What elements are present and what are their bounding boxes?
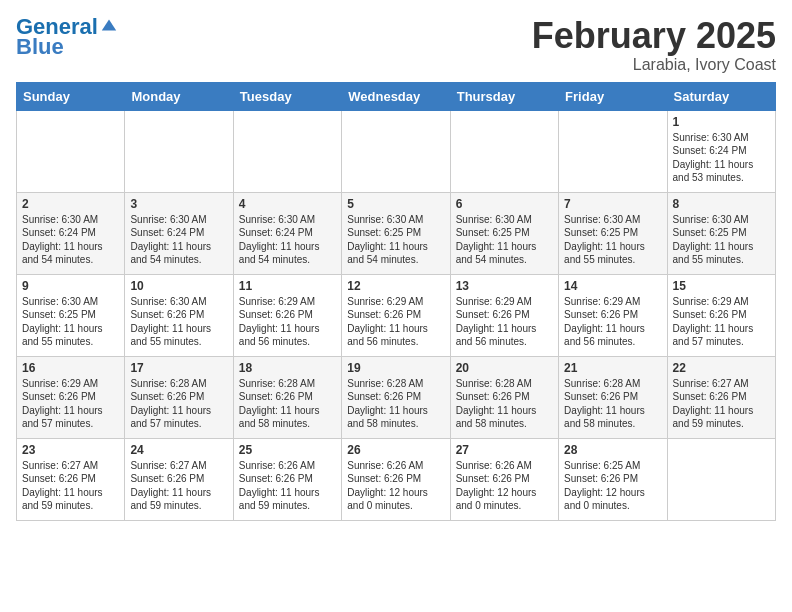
calendar-cell: 16Sunrise: 6:29 AM Sunset: 6:26 PM Dayli… bbox=[17, 356, 125, 438]
day-info: Sunrise: 6:30 AM Sunset: 6:25 PM Dayligh… bbox=[456, 213, 553, 267]
weekday-header-tuesday: Tuesday bbox=[233, 82, 341, 110]
day-info: Sunrise: 6:30 AM Sunset: 6:24 PM Dayligh… bbox=[673, 131, 770, 185]
calendar-cell: 27Sunrise: 6:26 AM Sunset: 6:26 PM Dayli… bbox=[450, 438, 558, 520]
calendar-cell: 8Sunrise: 6:30 AM Sunset: 6:25 PM Daylig… bbox=[667, 192, 775, 274]
month-year: February 2025 bbox=[532, 16, 776, 56]
day-info: Sunrise: 6:29 AM Sunset: 6:26 PM Dayligh… bbox=[22, 377, 119, 431]
day-info: Sunrise: 6:30 AM Sunset: 6:25 PM Dayligh… bbox=[564, 213, 661, 267]
calendar-table: SundayMondayTuesdayWednesdayThursdayFrid… bbox=[16, 82, 776, 521]
calendar-cell bbox=[233, 110, 341, 192]
day-info: Sunrise: 6:30 AM Sunset: 6:25 PM Dayligh… bbox=[673, 213, 770, 267]
location: Larabia, Ivory Coast bbox=[532, 56, 776, 74]
day-number: 11 bbox=[239, 279, 336, 293]
calendar-cell: 19Sunrise: 6:28 AM Sunset: 6:26 PM Dayli… bbox=[342, 356, 450, 438]
day-number: 20 bbox=[456, 361, 553, 375]
weekday-header-monday: Monday bbox=[125, 82, 233, 110]
day-number: 6 bbox=[456, 197, 553, 211]
day-info: Sunrise: 6:28 AM Sunset: 6:26 PM Dayligh… bbox=[456, 377, 553, 431]
day-number: 7 bbox=[564, 197, 661, 211]
calendar-week-1: 1Sunrise: 6:30 AM Sunset: 6:24 PM Daylig… bbox=[17, 110, 776, 192]
calendar-cell: 1Sunrise: 6:30 AM Sunset: 6:24 PM Daylig… bbox=[667, 110, 775, 192]
calendar-cell: 13Sunrise: 6:29 AM Sunset: 6:26 PM Dayli… bbox=[450, 274, 558, 356]
calendar-cell: 21Sunrise: 6:28 AM Sunset: 6:26 PM Dayli… bbox=[559, 356, 667, 438]
day-info: Sunrise: 6:27 AM Sunset: 6:26 PM Dayligh… bbox=[22, 459, 119, 513]
weekday-header-thursday: Thursday bbox=[450, 82, 558, 110]
calendar-week-2: 2Sunrise: 6:30 AM Sunset: 6:24 PM Daylig… bbox=[17, 192, 776, 274]
weekday-header-wednesday: Wednesday bbox=[342, 82, 450, 110]
day-number: 10 bbox=[130, 279, 227, 293]
calendar-cell: 18Sunrise: 6:28 AM Sunset: 6:26 PM Dayli… bbox=[233, 356, 341, 438]
day-number: 5 bbox=[347, 197, 444, 211]
calendar-cell: 7Sunrise: 6:30 AM Sunset: 6:25 PM Daylig… bbox=[559, 192, 667, 274]
day-number: 24 bbox=[130, 443, 227, 457]
day-info: Sunrise: 6:26 AM Sunset: 6:26 PM Dayligh… bbox=[456, 459, 553, 513]
day-number: 8 bbox=[673, 197, 770, 211]
day-info: Sunrise: 6:28 AM Sunset: 6:26 PM Dayligh… bbox=[564, 377, 661, 431]
day-number: 14 bbox=[564, 279, 661, 293]
calendar-cell: 6Sunrise: 6:30 AM Sunset: 6:25 PM Daylig… bbox=[450, 192, 558, 274]
day-number: 28 bbox=[564, 443, 661, 457]
calendar-cell: 17Sunrise: 6:28 AM Sunset: 6:26 PM Dayli… bbox=[125, 356, 233, 438]
day-info: Sunrise: 6:30 AM Sunset: 6:24 PM Dayligh… bbox=[22, 213, 119, 267]
calendar-cell: 9Sunrise: 6:30 AM Sunset: 6:25 PM Daylig… bbox=[17, 274, 125, 356]
calendar-cell: 5Sunrise: 6:30 AM Sunset: 6:25 PM Daylig… bbox=[342, 192, 450, 274]
calendar-cell: 23Sunrise: 6:27 AM Sunset: 6:26 PM Dayli… bbox=[17, 438, 125, 520]
calendar-cell: 10Sunrise: 6:30 AM Sunset: 6:26 PM Dayli… bbox=[125, 274, 233, 356]
day-number: 15 bbox=[673, 279, 770, 293]
calendar-cell: 20Sunrise: 6:28 AM Sunset: 6:26 PM Dayli… bbox=[450, 356, 558, 438]
calendar-cell: 3Sunrise: 6:30 AM Sunset: 6:24 PM Daylig… bbox=[125, 192, 233, 274]
calendar-cell: 2Sunrise: 6:30 AM Sunset: 6:24 PM Daylig… bbox=[17, 192, 125, 274]
day-number: 13 bbox=[456, 279, 553, 293]
calendar-week-4: 16Sunrise: 6:29 AM Sunset: 6:26 PM Dayli… bbox=[17, 356, 776, 438]
calendar-cell bbox=[667, 438, 775, 520]
calendar-cell: 24Sunrise: 6:27 AM Sunset: 6:26 PM Dayli… bbox=[125, 438, 233, 520]
calendar-cell bbox=[17, 110, 125, 192]
day-number: 2 bbox=[22, 197, 119, 211]
day-info: Sunrise: 6:25 AM Sunset: 6:26 PM Dayligh… bbox=[564, 459, 661, 513]
day-number: 25 bbox=[239, 443, 336, 457]
day-info: Sunrise: 6:30 AM Sunset: 6:24 PM Dayligh… bbox=[239, 213, 336, 267]
day-number: 17 bbox=[130, 361, 227, 375]
calendar-cell: 4Sunrise: 6:30 AM Sunset: 6:24 PM Daylig… bbox=[233, 192, 341, 274]
calendar-cell: 11Sunrise: 6:29 AM Sunset: 6:26 PM Dayli… bbox=[233, 274, 341, 356]
calendar-cell: 26Sunrise: 6:26 AM Sunset: 6:26 PM Dayli… bbox=[342, 438, 450, 520]
day-number: 23 bbox=[22, 443, 119, 457]
calendar-cell: 28Sunrise: 6:25 AM Sunset: 6:26 PM Dayli… bbox=[559, 438, 667, 520]
calendar-cell bbox=[559, 110, 667, 192]
calendar-week-5: 23Sunrise: 6:27 AM Sunset: 6:26 PM Dayli… bbox=[17, 438, 776, 520]
calendar-cell bbox=[342, 110, 450, 192]
svg-marker-0 bbox=[102, 20, 116, 31]
day-info: Sunrise: 6:29 AM Sunset: 6:26 PM Dayligh… bbox=[673, 295, 770, 349]
day-number: 1 bbox=[673, 115, 770, 129]
day-number: 4 bbox=[239, 197, 336, 211]
logo: General Blue bbox=[16, 16, 118, 60]
day-info: Sunrise: 6:28 AM Sunset: 6:26 PM Dayligh… bbox=[130, 377, 227, 431]
day-info: Sunrise: 6:30 AM Sunset: 6:25 PM Dayligh… bbox=[347, 213, 444, 267]
day-info: Sunrise: 6:26 AM Sunset: 6:26 PM Dayligh… bbox=[239, 459, 336, 513]
logo-icon bbox=[100, 16, 118, 34]
weekday-header-sunday: Sunday bbox=[17, 82, 125, 110]
day-info: Sunrise: 6:29 AM Sunset: 6:26 PM Dayligh… bbox=[456, 295, 553, 349]
weekday-header-friday: Friday bbox=[559, 82, 667, 110]
day-info: Sunrise: 6:30 AM Sunset: 6:25 PM Dayligh… bbox=[22, 295, 119, 349]
day-info: Sunrise: 6:30 AM Sunset: 6:24 PM Dayligh… bbox=[130, 213, 227, 267]
title-block: February 2025 Larabia, Ivory Coast bbox=[532, 16, 776, 74]
day-number: 19 bbox=[347, 361, 444, 375]
day-number: 18 bbox=[239, 361, 336, 375]
page-header: General Blue February 2025 Larabia, Ivor… bbox=[16, 16, 776, 74]
calendar-cell bbox=[450, 110, 558, 192]
day-info: Sunrise: 6:29 AM Sunset: 6:26 PM Dayligh… bbox=[239, 295, 336, 349]
calendar-cell: 12Sunrise: 6:29 AM Sunset: 6:26 PM Dayli… bbox=[342, 274, 450, 356]
day-number: 12 bbox=[347, 279, 444, 293]
day-number: 9 bbox=[22, 279, 119, 293]
day-info: Sunrise: 6:28 AM Sunset: 6:26 PM Dayligh… bbox=[239, 377, 336, 431]
day-info: Sunrise: 6:29 AM Sunset: 6:26 PM Dayligh… bbox=[347, 295, 444, 349]
day-number: 27 bbox=[456, 443, 553, 457]
day-number: 26 bbox=[347, 443, 444, 457]
day-info: Sunrise: 6:30 AM Sunset: 6:26 PM Dayligh… bbox=[130, 295, 227, 349]
day-number: 22 bbox=[673, 361, 770, 375]
calendar-cell: 22Sunrise: 6:27 AM Sunset: 6:26 PM Dayli… bbox=[667, 356, 775, 438]
day-number: 3 bbox=[130, 197, 227, 211]
day-info: Sunrise: 6:27 AM Sunset: 6:26 PM Dayligh… bbox=[130, 459, 227, 513]
day-info: Sunrise: 6:28 AM Sunset: 6:26 PM Dayligh… bbox=[347, 377, 444, 431]
